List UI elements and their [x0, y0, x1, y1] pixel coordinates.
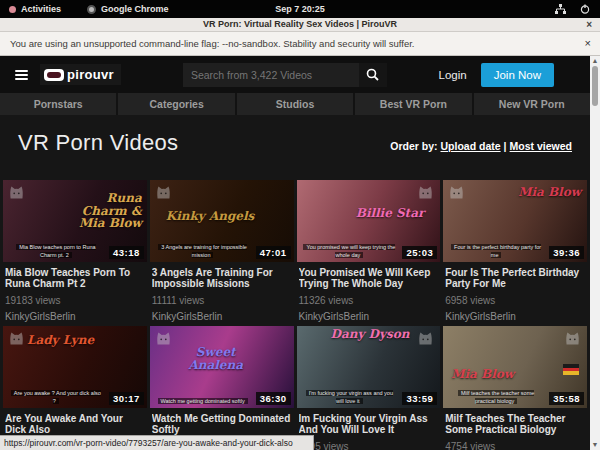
- scrollbar-thumb[interactable]: [592, 66, 598, 106]
- search-button[interactable]: [359, 63, 387, 87]
- thumbnail-caption: Are you awake ? And your dick also ?: [9, 389, 103, 406]
- video-studio-link[interactable]: KinkyGirlsBerlin: [5, 311, 145, 322]
- video-views: 11326 views: [299, 295, 439, 306]
- studio-cat-mask-icon: [564, 330, 581, 347]
- search-input[interactable]: [183, 63, 359, 87]
- studio-cat-mask-icon: [417, 184, 434, 201]
- studio-cat-mask-icon: [155, 330, 172, 347]
- thumbnail-performer-text: Sweet Analena: [176, 346, 256, 371]
- thumbnail-caption: Four is the perfect birthday party for m…: [449, 243, 543, 260]
- order-by-label: Order by:: [390, 140, 437, 152]
- duration-badge: 36:30: [256, 392, 291, 405]
- tab-title[interactable]: VR Porn: Virtual Reality Sex Videos | Pi…: [0, 18, 600, 31]
- thumbnail-caption: You promised we will keep trying the who…: [303, 243, 397, 260]
- video-studio-link[interactable]: KinkyGirlsBerlin: [299, 311, 439, 322]
- site-logo[interactable]: pirouvr: [40, 64, 121, 85]
- network-icon[interactable]: [555, 4, 566, 14]
- warning-close-icon[interactable]: ×: [585, 32, 591, 55]
- video-views: 6958 views: [445, 295, 585, 306]
- video-title-link[interactable]: Im Fucking Your Virgin Ass And You Will …: [299, 413, 439, 435]
- video-studio-link[interactable]: KinkyGirlsBerlin: [445, 311, 585, 322]
- studio-cat-mask-icon: [155, 184, 172, 201]
- nav-item-studios[interactable]: Studios: [237, 93, 355, 115]
- video-card[interactable]: Sweet Analena Watch me getting dominated…: [150, 326, 294, 450]
- video-views: 4754 views: [445, 441, 585, 450]
- login-link[interactable]: Login: [439, 69, 467, 81]
- duration-badge: 30:17: [109, 392, 144, 405]
- scroll-up-icon[interactable]: ▲: [590, 56, 600, 66]
- search-bar: [183, 63, 387, 87]
- scroll-down-icon[interactable]: ▼: [590, 440, 600, 450]
- video-title-link[interactable]: Four Is The Perfect Birthday Party For M…: [445, 267, 585, 289]
- nav-item-pornstars[interactable]: Pornstars: [0, 93, 118, 115]
- video-thumbnail[interactable]: Sweet Analena Watch me getting dominated…: [150, 326, 294, 408]
- hamburger-menu-icon[interactable]: [15, 68, 28, 82]
- nav-item-best-vr-porn[interactable]: Best VR Porn: [355, 93, 473, 115]
- video-title-link[interactable]: Watch Me Getting Dominated Softly: [152, 413, 292, 435]
- video-views: 19183 views: [5, 295, 145, 306]
- order-most-viewed-link[interactable]: Most viewed: [510, 140, 572, 152]
- video-title-link[interactable]: Milf Teaches The Teacher Some Practical …: [445, 413, 585, 435]
- warning-infobar: You are using an unsupported command-lin…: [0, 32, 600, 56]
- video-views: 9795 views: [299, 441, 439, 450]
- video-thumbnail[interactable]: Dany Dyson I'm fucking your virgin ass a…: [297, 326, 441, 408]
- video-card[interactable]: Runa Charm & Mia Blow Mia Blow teaches p…: [3, 180, 147, 322]
- join-now-button[interactable]: Join Now: [481, 63, 554, 87]
- duration-badge: 43:18: [109, 246, 144, 259]
- video-thumbnail[interactable]: Mia Blow Four is the perfect birthday pa…: [443, 180, 587, 262]
- site-header: pirouvr Login Join Now: [0, 56, 590, 93]
- video-title-link[interactable]: 3 Angels Are Training For Impossible Mis…: [152, 267, 292, 289]
- system-bar: Activities Google Chrome Sep 7 20:25: [0, 0, 600, 18]
- video-title-link[interactable]: Are You Awake And Your Dick Also: [5, 413, 145, 435]
- vr-goggles-icon: [44, 69, 64, 81]
- video-title-link[interactable]: You Promised We Will Keep Trying The Who…: [299, 267, 439, 289]
- thumbnail-caption: I'm fucking your virgin ass and you will…: [303, 389, 397, 406]
- nav-item-new-vr-porn[interactable]: New VR Porn: [474, 93, 590, 115]
- studio-cat-mask-icon: [417, 330, 434, 347]
- duration-badge: 39:36: [549, 246, 584, 259]
- status-url-bar: https://pirouvr.com/vr-porn-video/779325…: [0, 435, 314, 450]
- thumbnail-performer-text: Mia Blow: [451, 368, 514, 381]
- logo-text: pirouvr: [67, 67, 114, 82]
- scrollbar[interactable]: ▲ ▼: [590, 56, 600, 450]
- studio-cat-mask-icon: [448, 184, 465, 201]
- german-flag-icon: [563, 364, 579, 375]
- video-title-link[interactable]: Mia Blow Teaches Porn To Runa Charm Pt 2: [5, 267, 145, 289]
- order-upload-date-link[interactable]: Upload date: [441, 140, 501, 152]
- video-thumbnail[interactable]: Mia Blow Milf teaches the teacher some p…: [443, 326, 587, 408]
- nav-item-categories[interactable]: Categories: [118, 93, 236, 115]
- video-card[interactable]: Mia Blow Milf teaches the teacher some p…: [443, 326, 587, 450]
- tab-close-icon[interactable]: ×: [586, 18, 592, 31]
- thumbnail-caption: Milf teaches the teacher some practical …: [449, 389, 543, 406]
- thumbnail-caption: 3 Angels are training for impossible mis…: [156, 243, 250, 260]
- thumbnail-performer-text: Lady Lyne: [27, 334, 94, 347]
- app-menu-button[interactable]: Google Chrome: [101, 4, 169, 14]
- thumbnail-performer-text: Dany Dyson: [331, 328, 410, 341]
- power-icon[interactable]: [580, 4, 590, 14]
- video-card[interactable]: Dany Dyson I'm fucking your virgin ass a…: [297, 326, 441, 450]
- studio-cat-mask-icon: [8, 184, 25, 201]
- thumbnail-performer-text: Mia Blow: [518, 186, 581, 199]
- browser-viewport: pirouvr Login Join Now Pornstars: [0, 56, 600, 450]
- video-thumbnail[interactable]: Runa Charm & Mia Blow Mia Blow teaches p…: [3, 180, 147, 262]
- duration-badge: 35:58: [549, 392, 584, 405]
- status-dot-icon: [9, 6, 16, 13]
- thumbnail-caption: Watch me getting dominated softly: [156, 397, 250, 405]
- video-card[interactable]: Billie Star You promised we will keep tr…: [297, 180, 441, 322]
- screen: Activities Google Chrome Sep 7 20:25 VR …: [0, 0, 600, 450]
- video-card[interactable]: Lady Lyne Are you awake ? And your dick …: [3, 326, 147, 450]
- browser-title-bar: VR Porn: Virtual Reality Sex Videos | Pi…: [0, 18, 600, 32]
- video-views: 11111 views: [152, 295, 292, 306]
- page-heading-row: VR Porn Videos Order by: Upload date|Mos…: [0, 115, 590, 164]
- video-card[interactable]: Kinky Angels 3 Angels are training for i…: [150, 180, 294, 322]
- video-card[interactable]: Mia Blow Four is the perfect birthday pa…: [443, 180, 587, 322]
- activities-button[interactable]: Activities: [21, 4, 61, 14]
- video-grid: Runa Charm & Mia Blow Mia Blow teaches p…: [0, 164, 590, 450]
- video-thumbnail[interactable]: Billie Star You promised we will keep tr…: [297, 180, 441, 262]
- video-thumbnail[interactable]: Lady Lyne Are you awake ? And your dick …: [3, 326, 147, 408]
- studio-cat-mask-icon: [8, 330, 25, 347]
- video-thumbnail[interactable]: Kinky Angels 3 Angels are training for i…: [150, 180, 294, 262]
- thumbnail-performer-text: Billie Star: [356, 207, 425, 220]
- thumbnail-performer-text: Kinky Angels: [166, 210, 255, 223]
- video-studio-link[interactable]: KinkyGirlsBerlin: [152, 311, 292, 322]
